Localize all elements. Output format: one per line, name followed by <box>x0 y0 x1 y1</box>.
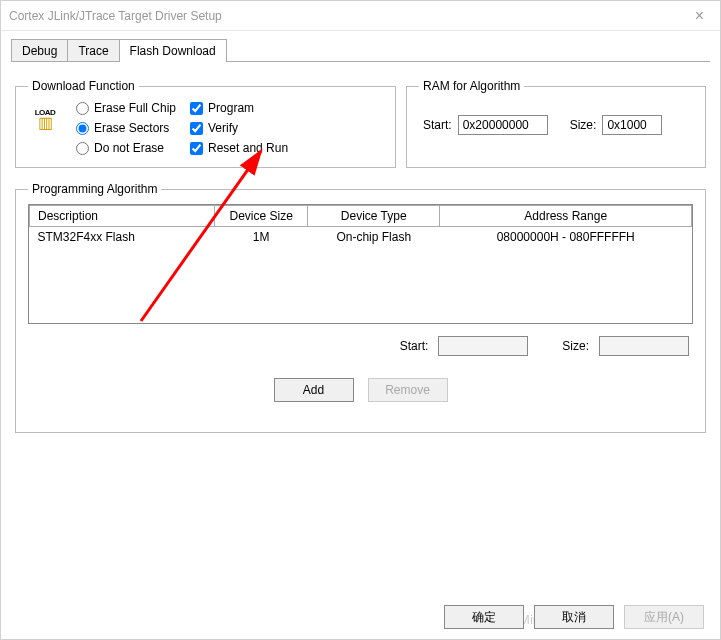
alg-start-label: Start: <box>400 339 429 353</box>
ram-algorithm-legend: RAM for Algorithm <box>419 79 524 93</box>
ram-size-input[interactable] <box>602 115 662 135</box>
remove-button: Remove <box>368 378 448 402</box>
ram-size-label: Size: <box>570 118 597 132</box>
load-icon: LOAD ▥ <box>28 101 62 135</box>
radio-erase-sectors[interactable]: Erase Sectors <box>76 121 176 135</box>
radio-erase-full-chip[interactable]: Erase Full Chip <box>76 101 176 115</box>
tab-content: Download Function LOAD ▥ Erase Full Chip… <box>1 63 720 449</box>
ram-start-label: Start: <box>423 118 452 132</box>
tab-trace[interactable]: Trace <box>67 39 119 62</box>
tab-strip: Debug Trace Flash Download <box>1 31 720 62</box>
algorithm-table[interactable]: Description Device Size Device Type Addr… <box>29 205 692 247</box>
ok-button[interactable]: 确定 <box>444 605 524 629</box>
programming-algorithm-group: Programming Algorithm Description Device… <box>15 182 706 433</box>
download-function-legend: Download Function <box>28 79 139 93</box>
algorithm-table-wrap: Description Device Size Device Type Addr… <box>28 204 693 324</box>
dialog-buttons: 确定 取消 应用(A) <box>444 605 704 629</box>
apply-button: 应用(A) <box>624 605 704 629</box>
ram-start-input[interactable] <box>458 115 548 135</box>
check-verify[interactable]: Verify <box>190 121 288 135</box>
close-icon[interactable]: × <box>687 7 712 25</box>
window-title: Cortex JLink/JTrace Target Driver Setup <box>9 9 222 23</box>
add-button[interactable]: Add <box>274 378 354 402</box>
col-device-type[interactable]: Device Type <box>308 206 440 227</box>
alg-size-label: Size: <box>562 339 589 353</box>
cancel-button[interactable]: 取消 <box>534 605 614 629</box>
col-address-range[interactable]: Address Range <box>440 206 692 227</box>
col-description[interactable]: Description <box>30 206 215 227</box>
col-device-size[interactable]: Device Size <box>215 206 308 227</box>
programming-algorithm-legend: Programming Algorithm <box>28 182 161 196</box>
radio-do-not-erase[interactable]: Do not Erase <box>76 141 176 155</box>
download-function-group: Download Function LOAD ▥ Erase Full Chip… <box>15 79 396 168</box>
check-reset-and-run[interactable]: Reset and Run <box>190 141 288 155</box>
alg-start-input[interactable] <box>438 336 528 356</box>
tab-flash-download[interactable]: Flash Download <box>119 39 227 62</box>
check-program[interactable]: Program <box>190 101 288 115</box>
alg-size-input[interactable] <box>599 336 689 356</box>
titlebar: Cortex JLink/JTrace Target Driver Setup … <box>1 1 720 31</box>
table-row[interactable]: STM32F4xx Flash 1M On-chip Flash 0800000… <box>30 227 692 248</box>
ram-algorithm-group: RAM for Algorithm Start: Size: <box>406 79 706 168</box>
tab-debug[interactable]: Debug <box>11 39 68 62</box>
